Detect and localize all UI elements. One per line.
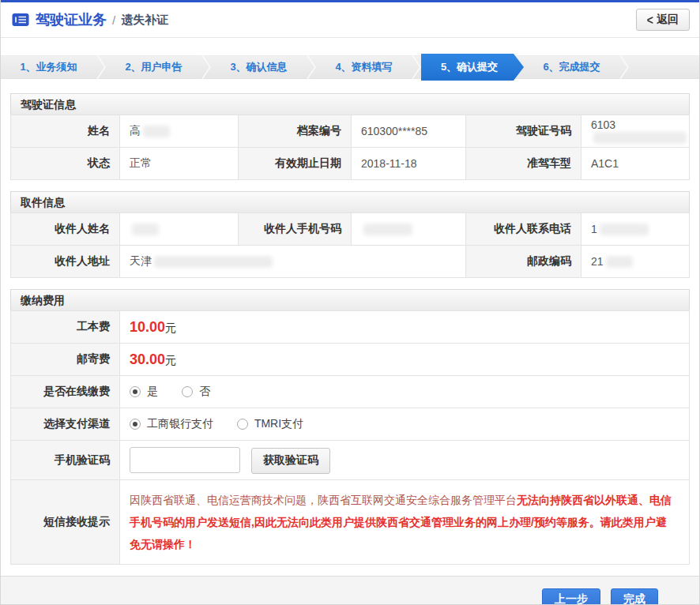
online-pay-options: 是 否	[120, 376, 690, 408]
work-fee-value: 10.00元	[120, 311, 690, 344]
status-value: 正常	[120, 148, 239, 180]
recipient-mobile-value	[352, 213, 466, 246]
redaction	[132, 224, 159, 235]
redaction	[593, 132, 687, 144]
radio-online-no[interactable]: 否	[182, 385, 210, 399]
redaction	[154, 256, 273, 268]
recipient-phone-label: 收件人联系电话	[466, 213, 581, 246]
footer-action-bar: 上一步 完成	[1, 576, 699, 605]
radio-online-no-label: 否	[199, 385, 210, 399]
step-2-user-declaration[interactable]: 2、用户申告	[106, 55, 201, 79]
redaction	[143, 126, 170, 137]
table-row: 状态 正常 有效期止日期 2018-11-18 准驾车型 A1C1	[11, 148, 690, 180]
page: 驾驶证业务 / 遗失补证 < 返回 1、业务须知 2、用户申告 3、确认信息 4…	[0, 0, 700, 605]
radio-channel-icbc-label: 工商银行支付	[147, 417, 213, 431]
breadcrumb-divider: /	[112, 13, 115, 27]
sms-tip-label: 短信接收提示	[11, 480, 120, 565]
pickup-info-table: 收件人姓名 收件人手机号码 收件人联系电话 1 收件人地址 天津 邮政编码 21	[10, 212, 690, 278]
sms-tip-text: 因陕西省联通、电信运营商技术问题，陕西省互联网交通安全综合服务管理平台无法向持陕…	[120, 480, 690, 565]
section-payment: 缴纳费用 工本费 10.00元 邮寄费 30.00元 是否在线缴费	[10, 289, 690, 565]
back-button-label: 返回	[657, 13, 679, 27]
address-label: 收件人地址	[11, 246, 120, 278]
table-row: 工本费 10.00元	[11, 311, 690, 344]
redaction	[606, 256, 633, 268]
section-title-license: 驾驶证信息	[10, 93, 690, 115]
recipient-name-value	[120, 213, 239, 246]
recipient-phone-value: 1	[581, 213, 690, 246]
radio-online-yes-label: 是	[147, 385, 158, 399]
previous-step-button[interactable]: 上一步	[542, 588, 600, 605]
table-row: 手机验证码 获取验证码	[11, 441, 690, 480]
chevron-left-icon: <	[647, 12, 653, 27]
status-label: 状态	[11, 148, 120, 180]
channel-options: 工商银行支付 TMRI支付	[120, 408, 690, 441]
postcode-value: 21	[581, 246, 690, 278]
name-value: 高	[120, 115, 239, 148]
license-no-label: 驾驶证号码	[466, 115, 581, 148]
postage-value: 30.00元	[120, 344, 690, 376]
license-info-table: 姓名 高 档案编号 610300****85 驾驶证号码 6103 状态 正常 …	[10, 115, 690, 180]
postage-label: 邮寄费	[11, 344, 120, 376]
main-content: 驾驶证信息 姓名 高 档案编号 610300****85 驾驶证号码 6103 …	[1, 79, 699, 576]
step-6-complete-submit[interactable]: 6、完成提交	[524, 55, 619, 79]
step-5-confirm-submit-active[interactable]: 5、确认提交	[421, 54, 524, 81]
postcode-label: 邮政编码	[466, 246, 581, 278]
sms-code-label: 手机验证码	[11, 441, 120, 480]
sms-tip-part1: 因陕西省联通、电信运营商技术问题，陕西省互联网交通安全综合服务管理平台	[130, 494, 517, 506]
channel-label: 选择支付渠道	[11, 408, 120, 441]
postage-unit: 元	[165, 354, 176, 366]
radio-unchecked-icon	[182, 386, 193, 397]
name-label: 姓名	[11, 115, 120, 148]
step-4-fill-data[interactable]: 4、资料填写	[316, 55, 412, 79]
file-no-value: 610300****85	[352, 115, 466, 148]
payment-table: 工本费 10.00元 邮寄费 30.00元 是否在线缴费	[10, 310, 690, 565]
table-row: 选择支付渠道 工商银行支付 TMRI支付	[11, 408, 690, 441]
section-title-pickup: 取件信息	[10, 191, 690, 213]
vehicle-class-value: A1C1	[581, 148, 690, 180]
expiry-label: 有效期止日期	[239, 148, 352, 180]
table-row: 姓名 高 档案编号 610300****85 驾驶证号码 6103	[11, 115, 690, 148]
table-row: 收件人姓名 收件人手机号码 收件人联系电话 1	[11, 213, 690, 246]
form-list-icon	[12, 13, 29, 27]
radio-checked-icon	[130, 386, 141, 397]
online-pay-label: 是否在线缴费	[11, 376, 120, 408]
expiry-value: 2018-11-18	[352, 148, 466, 180]
table-row: 收件人地址 天津 邮政编码 21	[11, 246, 690, 278]
section-pickup-info: 取件信息 收件人姓名 收件人手机号码 收件人联系电话 1 收件人地址 天津 邮政…	[10, 191, 690, 278]
section-license-info: 驾驶证信息 姓名 高 档案编号 610300****85 驾驶证号码 6103 …	[10, 93, 690, 180]
recipient-name-label: 收件人姓名	[11, 213, 120, 246]
radio-channel-tmri[interactable]: TMRI支付	[237, 417, 303, 431]
section-title-payment: 缴纳费用	[10, 289, 690, 311]
recipient-mobile-label: 收件人手机号码	[239, 213, 352, 246]
page-header: 驾驶证业务 / 遗失补证 < 返回	[1, 2, 699, 38]
step-separator-icon	[307, 55, 316, 79]
postage-amount: 30.00	[130, 351, 165, 367]
vehicle-class-label: 准驾车型	[466, 148, 581, 180]
radio-checked-icon	[130, 419, 141, 430]
work-fee-unit: 元	[165, 321, 176, 334]
back-button[interactable]: < 返回	[636, 9, 690, 31]
radio-unchecked-icon	[237, 419, 248, 430]
address-value: 天津	[120, 246, 466, 278]
redaction	[363, 224, 412, 235]
table-row: 是否在线缴费 是 否	[11, 376, 690, 408]
finish-button[interactable]: 完成	[611, 588, 658, 605]
get-code-button[interactable]: 获取验证码	[251, 448, 330, 474]
step-3-confirm-info[interactable]: 3、确认信息	[211, 55, 307, 79]
step-progress-bar: 1、业务须知 2、用户申告 3、确认信息 4、资料填写 5、确认提交 6、完成提…	[1, 55, 699, 79]
breadcrumb-current: 遗失补证	[121, 13, 168, 28]
radio-channel-icbc[interactable]: 工商银行支付	[130, 417, 213, 431]
radio-channel-tmri-label: TMRI支付	[254, 417, 303, 431]
page-title: 驾驶证业务	[36, 10, 107, 29]
step-1-business-notice[interactable]: 1、业务须知	[1, 55, 96, 79]
sms-code-input[interactable]	[130, 447, 240, 473]
work-fee-amount: 10.00	[130, 319, 165, 335]
license-no-value: 6103	[581, 115, 690, 148]
table-row: 短信接收提示 因陕西省联通、电信运营商技术问题，陕西省互联网交通安全综合服务管理…	[11, 480, 690, 565]
radio-online-yes[interactable]: 是	[130, 385, 158, 399]
work-fee-label: 工本费	[11, 311, 120, 344]
step-separator-icon	[96, 55, 106, 79]
sms-code-field-cell: 获取验证码	[120, 441, 690, 480]
step-separator-icon	[201, 55, 211, 79]
file-no-label: 档案编号	[239, 115, 352, 148]
